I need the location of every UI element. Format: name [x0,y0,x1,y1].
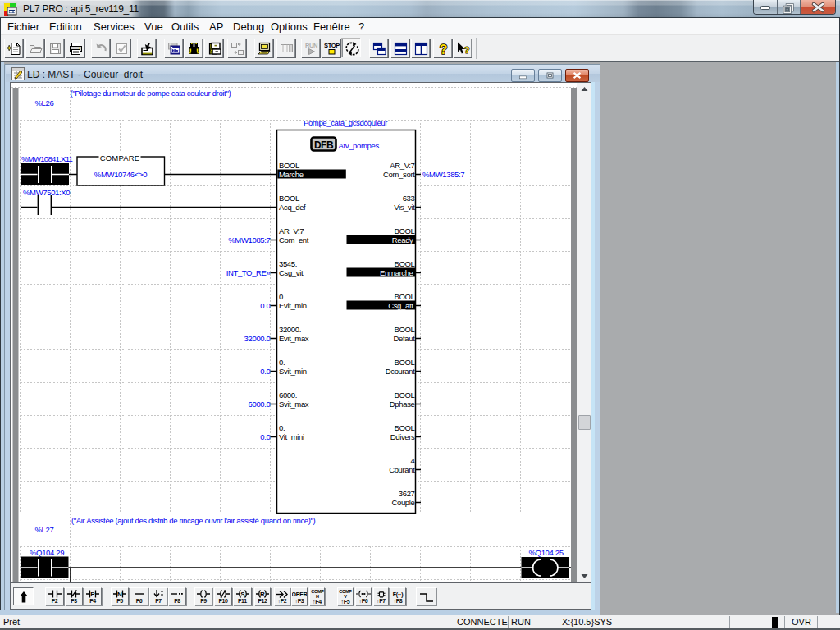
svg-text:STOP: STOP [324,42,340,49]
svg-text:N: N [117,591,122,598]
svg-text:?: ? [440,43,447,57]
svg-text:Dphase: Dphase [390,399,415,409]
svg-text:Ready: Ready [392,235,413,244]
svg-text:%Q104.29: %Q104.29 [30,548,64,557]
svg-text:Csg_att: Csg_att [388,301,413,310]
svg-text:AR_V:7: AR_V:7 [390,161,414,170]
svg-text:("Pilotage du moteur de pompe: ("Pilotage du moteur de pompe cata coule… [71,89,231,98]
svg-text:%MW7501:X0: %MW7501:X0 [23,188,70,197]
svg-text:Vit_mini: Vit_mini [279,432,304,441]
svg-text:32000.: 32000. [279,325,301,334]
svg-text:S: S [240,591,245,598]
svg-text:BOOL: BOOL [395,390,415,399]
svg-text:Atv_pompes: Atv_pompes [339,141,380,150]
svg-text:0.0: 0.0 [260,301,270,310]
svg-text:BOOL: BOOL [279,194,299,203]
svg-text:Evit_min: Evit_min [279,301,307,310]
svg-text:%MW1085:7: %MW1085:7 [228,235,270,244]
svg-text:OPER: OPER [292,591,307,597]
svg-text:V: V [344,594,347,599]
svg-text:Dcourant: Dcourant [386,367,415,376]
svg-text:Svit_min: Svit_min [279,367,307,376]
svg-text:BOOL: BOOL [395,358,415,367]
svg-text:Pompe_cata_gcsdcouleur: Pompe_cata_gcsdcouleur [304,118,387,127]
svg-text:%MW10746<>0: %MW10746<>0 [94,170,147,179]
svg-text:BOOL: BOOL [395,423,415,432]
svg-text:Courant: Courant [389,465,415,474]
svg-text:6000.: 6000. [279,390,297,399]
svg-text:%MW10841:X11: %MW10841:X11 [21,154,73,163]
svg-text:Com_sort: Com_sort [383,170,415,179]
svg-text:4: 4 [411,456,415,465]
svg-text:Vis_vit: Vis_vit [394,203,415,212]
svg-text:Defaut: Defaut [394,334,416,343]
svg-text:RUN: RUN [304,42,317,49]
svg-text:("Air Assistée (ajout des dist: ("Air Assistée (ajout des distrib de rin… [71,516,316,525]
svg-text:COMPARE: COMPARE [100,153,140,162]
svg-text:?: ? [464,45,470,55]
svg-text:Couple: Couple [391,498,414,507]
svg-text:BOOL: BOOL [395,292,415,301]
svg-text:Ddivers: Ddivers [390,432,415,441]
svg-text:F(··): F(··) [393,591,404,598]
svg-text:0.0: 0.0 [260,367,270,376]
svg-text:H: H [316,594,319,599]
svg-text:%Q104.25: %Q104.25 [529,548,564,557]
svg-text:%MW1385:7: %MW1385:7 [422,170,464,179]
svg-text:BOOL: BOOL [395,325,415,334]
svg-text:633: 633 [403,194,415,203]
svg-text:%L26: %L26 [35,98,54,107]
svg-text:INT_TO_RE»: INT_TO_RE» [226,268,271,277]
svg-text:6000.0: 6000.0 [249,399,271,409]
svg-text:3627: 3627 [399,489,415,498]
svg-text:Acq_def: Acq_def [279,203,306,212]
svg-text:BOOL: BOOL [395,226,415,235]
svg-text:Svit_max: Svit_max [279,399,309,409]
svg-text:Marche: Marche [279,170,304,179]
svg-text:0.0: 0.0 [260,432,270,441]
svg-text:0.: 0. [279,423,285,432]
svg-text:Enmarche: Enmarche [380,268,413,277]
svg-text:0.: 0. [279,358,285,367]
svg-text:BOOL: BOOL [395,259,415,268]
svg-text:Evit_max: Evit_max [279,334,309,343]
svg-text:R: R [260,591,265,598]
svg-text:AR_V:7: AR_V:7 [279,226,304,235]
svg-text:Csg_vit: Csg_vit [279,268,304,277]
svg-text:3545.: 3545. [279,259,297,268]
svg-text:P: P [90,591,95,598]
svg-text:32000.0: 32000.0 [244,334,271,343]
svg-text:Com_ent: Com_ent [279,235,309,244]
svg-text:%L27: %L27 [35,525,54,534]
svg-text:0.: 0. [279,292,285,301]
svg-text:BOOL: BOOL [279,161,299,170]
svg-text:DFB: DFB [314,139,334,151]
